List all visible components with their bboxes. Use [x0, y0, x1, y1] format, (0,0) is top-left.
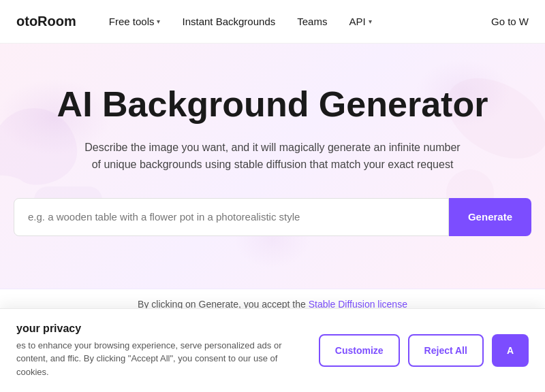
nav-free-tools[interactable]: Free tools ▾: [109, 16, 161, 27]
customize-button[interactable]: Customize: [319, 334, 400, 367]
cookie-banner: your privacy es to enhance your browsing…: [0, 308, 545, 393]
chevron-down-icon: ▾: [157, 18, 160, 25]
cookie-title: your privacy: [16, 323, 305, 335]
hero-section: AI Background Generator Describe the ima…: [0, 44, 545, 289]
search-row: Generate: [14, 198, 531, 236]
hero-subtitle: Describe the image you want, and it will…: [82, 139, 463, 174]
cookie-body: es to enhance your browsing experience, …: [16, 339, 305, 379]
cookie-text: your privacy es to enhance your browsing…: [16, 323, 305, 379]
cookie-buttons: Customize Reject All A: [319, 334, 529, 367]
generate-button[interactable]: Generate: [449, 198, 531, 236]
chevron-down-icon: ▾: [369, 18, 372, 25]
nav-instant-backgrounds[interactable]: Instant Backgrounds: [182, 16, 275, 27]
accept-all-button[interactable]: A: [492, 334, 529, 367]
nav-api[interactable]: API ▾: [349, 16, 371, 27]
reject-all-button[interactable]: Reject All: [408, 334, 484, 367]
navigation: otoRoom Free tools ▾ Instant Backgrounds…: [0, 0, 545, 44]
logo[interactable]: otoRoom: [16, 14, 76, 29]
nav-goto[interactable]: Go to W: [491, 16, 529, 27]
nav-links: Free tools ▾ Instant Backgrounds Teams A…: [109, 16, 491, 27]
hero-title: AI Background Generator: [14, 84, 531, 125]
prompt-input[interactable]: [14, 198, 449, 236]
nav-teams[interactable]: Teams: [297, 16, 327, 27]
